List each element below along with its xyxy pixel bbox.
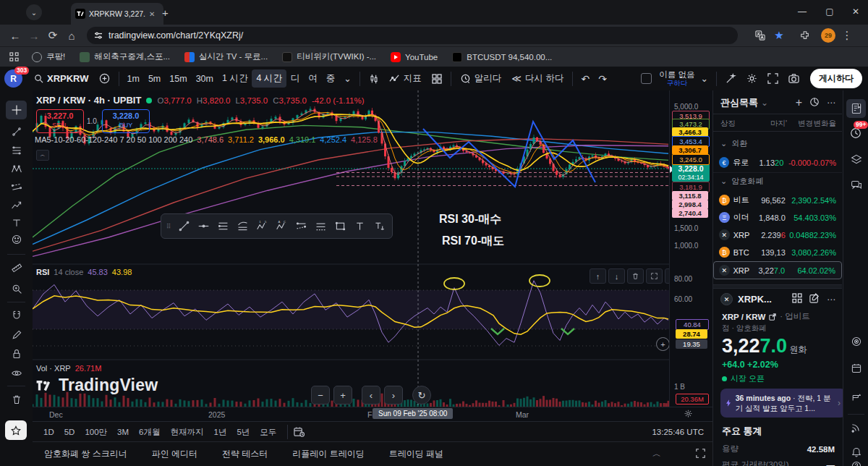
ft-text[interactable] xyxy=(351,217,370,236)
arrow-tool[interactable] xyxy=(6,196,27,215)
bookmark-livetv[interactable]: 실시간 TV - 무료... xyxy=(179,49,273,64)
drag-handle[interactable]: ⠿ xyxy=(164,223,174,230)
ft-trendline[interactable] xyxy=(175,217,194,236)
ft-abc[interactable]: AC xyxy=(273,217,292,236)
snapshot-button[interactable] xyxy=(783,70,804,87)
pane-delete-button[interactable] xyxy=(627,268,644,284)
pane-maximize-button[interactable] xyxy=(646,268,663,284)
favorites-toolbar-toggle[interactable] xyxy=(5,420,27,440)
pane-move-up-button[interactable]: ↑ xyxy=(590,268,606,284)
news-chevron[interactable]: › xyxy=(838,398,841,408)
quick-search-button[interactable] xyxy=(720,70,741,87)
ft-anchored-text[interactable] xyxy=(370,217,389,236)
tf-week[interactable]: 여 xyxy=(304,69,322,88)
trendline-tool[interactable] xyxy=(6,122,27,141)
bookmark-soccer[interactable]: 해외축구중계,스포... xyxy=(74,49,176,64)
details-menu-icon[interactable]: ⋯ xyxy=(827,295,836,305)
watchlist-row-xrpkrw-selected[interactable]: ✕ XRP 3,227.0 64.0 2.02% xyxy=(713,261,842,279)
ft-rectangle[interactable] xyxy=(331,217,350,236)
watchlist-row-eur[interactable]: € 유로 1.1320 -0.000 -0.07% xyxy=(713,154,842,171)
range-all[interactable]: 모두 xyxy=(255,425,281,440)
tab-trading-panel[interactable]: 트레이딩 패널 xyxy=(389,448,443,460)
layout-checkbox[interactable] xyxy=(641,73,652,84)
calendar-tab-icon[interactable] xyxy=(846,359,866,378)
measure-tool[interactable] xyxy=(6,258,27,277)
tab-pine-editor[interactable]: 파인 에디터 xyxy=(152,448,197,460)
watchlist-section-crypto[interactable]: ⌄암호화폐 xyxy=(720,176,763,187)
symbol-search-button[interactable]: XRPKRW xyxy=(29,70,94,87)
home-button[interactable]: ⌂ xyxy=(62,26,81,45)
prediction-tool[interactable] xyxy=(6,178,27,197)
timezone-settings-icon[interactable] xyxy=(684,409,693,420)
watchlist-heatmap-icon[interactable] xyxy=(809,97,820,109)
range-6m[interactable]: 6개월 xyxy=(134,425,165,440)
window-maximize-button[interactable]: ▢ xyxy=(816,0,843,23)
layout-grid-button[interactable] xyxy=(427,71,447,87)
indicators-button[interactable]: 지표 xyxy=(384,69,427,88)
tf-4h-selected[interactable]: 4 시간 xyxy=(252,69,286,88)
buy-button[interactable]: 3,228.0 BUY xyxy=(102,109,150,133)
reload-button[interactable]: ⟳ xyxy=(43,26,62,45)
range-5d[interactable]: 5D xyxy=(59,425,80,439)
watchlist-title[interactable]: 관심목록 xyxy=(720,96,758,109)
tf-1h[interactable]: 1 시간 xyxy=(218,69,252,88)
publish-button[interactable]: 게시하다 xyxy=(810,69,862,88)
watchlist-section-forex[interactable]: ⌄외환 xyxy=(720,138,747,149)
news-tab-icon[interactable] xyxy=(846,418,866,436)
details-pair[interactable]: XRP / KRW xyxy=(722,313,765,321)
settings-button[interactable] xyxy=(741,70,762,87)
layout-name-button[interactable]: 이름 없음 구하다 xyxy=(659,70,694,88)
tf-5m[interactable]: 5m xyxy=(144,71,165,87)
tf-month[interactable]: 중 xyxy=(322,69,340,88)
profile-avatar[interactable]: 29 xyxy=(819,26,838,45)
clock-utc[interactable]: 13:25:46 UTC xyxy=(652,428,704,436)
translate-icon[interactable] xyxy=(751,26,770,45)
floating-drawing-toolbar[interactable]: ⠿ 15 AC xyxy=(161,213,393,239)
watchlist-chevron[interactable]: ⌄ xyxy=(761,98,768,108)
pane-move-down-button[interactable]: ↓ xyxy=(608,268,625,284)
apps-grid-icon[interactable] xyxy=(4,48,23,67)
tf-expand-chevron[interactable]: ⌄ xyxy=(339,70,355,87)
remove-drawings-tool[interactable] xyxy=(6,390,27,409)
chart-style-button[interactable] xyxy=(364,71,384,87)
details-symbol[interactable]: XRPK... xyxy=(738,294,772,305)
address-bar[interactable]: tradingview.com/chart/2YKqXZRj/ xyxy=(87,27,738,44)
user-avatar[interactable]: R 303 xyxy=(0,67,29,90)
redo-button[interactable]: ↷ xyxy=(594,70,611,88)
emoji-tool[interactable] xyxy=(6,230,27,249)
sell-button[interactable]: 3,227.0 SELL xyxy=(36,109,84,133)
layout-chevron[interactable]: ⌄ xyxy=(697,70,712,87)
data-window-tab-icon[interactable] xyxy=(846,332,866,351)
pane-collapse-button[interactable]: ︿ xyxy=(36,150,49,161)
magnet-tool[interactable] xyxy=(6,306,27,325)
bookmark-btcusdt[interactable]: BTCUSDT 94,540.00... xyxy=(446,50,558,64)
chart-symbol-title[interactable]: XRP / KRW · 4h · UPBIT xyxy=(36,95,141,106)
alert-button[interactable]: 알리다 xyxy=(455,69,507,88)
annotation-rsi-sell[interactable]: RSI 70-매도 xyxy=(442,234,504,249)
tab-crypto-screener[interactable]: 암호화폐 쌍 스크리너 xyxy=(44,448,127,460)
reset-chart-button[interactable]: ↻ xyxy=(412,386,431,404)
fullscreen-button[interactable] xyxy=(762,70,783,87)
chart-area[interactable]: XRP / KRW · 4h · UPBIT O3,777.0 H3,820.0… xyxy=(33,90,669,407)
compare-button[interactable] xyxy=(94,70,115,87)
window-close-button[interactable]: ✕ xyxy=(842,0,868,23)
tf-1m[interactable]: 1m xyxy=(123,71,144,87)
drawing-mode-tool[interactable] xyxy=(6,326,27,344)
help-tab-icon[interactable] xyxy=(846,457,866,466)
annotation-rsi-buy[interactable]: RSI 30-매수 xyxy=(439,212,501,227)
zoom-out-button[interactable]: − xyxy=(311,386,330,404)
ft-horizontal-line[interactable] xyxy=(195,217,213,236)
ideas-tab-icon[interactable] xyxy=(846,387,866,406)
bookmark-star-icon[interactable]: ★ xyxy=(770,26,788,45)
pattern-tool[interactable] xyxy=(6,160,27,179)
watchlist-row-btckrw[interactable]: ₿ BTC 139,13 3,080, 2.26% xyxy=(713,244,842,260)
save-label[interactable]: 구하다 xyxy=(667,79,688,88)
ft-flat-channel[interactable] xyxy=(312,217,331,236)
zoom-in-tool[interactable] xyxy=(6,279,27,298)
range-ytd[interactable]: 현재까지 xyxy=(165,425,208,440)
watchlist-add-icon[interactable]: + xyxy=(796,96,802,109)
bookmark-tvwiki[interactable]: 티비위키(TVWIKI) -... xyxy=(276,49,382,64)
extensions-icon[interactable] xyxy=(796,26,814,45)
watchlist-menu-icon[interactable]: ⋯ xyxy=(827,98,836,108)
crosshair-tool[interactable] xyxy=(6,101,27,119)
